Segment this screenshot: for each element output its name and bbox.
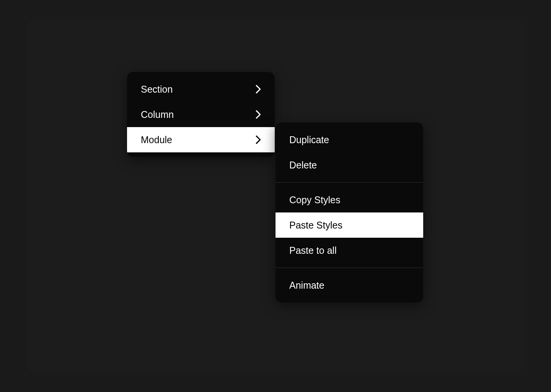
menu-item-animate[interactable]: Animate (276, 273, 423, 298)
secondary-context-menu: Duplicate Delete Copy Styles Paste Style… (276, 122, 423, 302)
menu-item-column[interactable]: Column (127, 102, 275, 127)
chevron-right-icon (256, 110, 261, 119)
menu-item-label: Paste Styles (289, 219, 342, 231)
menu-item-label: Module (141, 134, 172, 145)
menu-item-label: Duplicate (289, 134, 329, 145)
menu-item-copy-styles[interactable]: Copy Styles (276, 187, 423, 212)
menu-item-label: Paste to all (289, 245, 337, 256)
menu-item-label: Column (141, 109, 174, 120)
menu-item-paste-styles[interactable]: Paste Styles (276, 212, 423, 238)
menu-divider (276, 268, 423, 268)
menu-item-paste-to-all[interactable]: Paste to all (276, 238, 423, 263)
menu-item-duplicate[interactable]: Duplicate (276, 127, 423, 152)
menu-item-module[interactable]: Module (127, 127, 275, 152)
chevron-right-icon (256, 85, 261, 93)
menu-divider (276, 182, 423, 183)
chevron-right-icon (256, 136, 261, 144)
menu-item-label: Section (141, 83, 173, 95)
menu-item-delete[interactable]: Delete (276, 152, 423, 178)
canvas-background: Section Column Module (27, 19, 524, 373)
menu-item-label: Copy Styles (289, 194, 340, 206)
primary-context-menu: Section Column Module (127, 72, 275, 157)
menu-item-label: Delete (289, 159, 317, 171)
menu-item-label: Animate (289, 279, 324, 291)
menu-item-section[interactable]: Section (127, 77, 275, 102)
